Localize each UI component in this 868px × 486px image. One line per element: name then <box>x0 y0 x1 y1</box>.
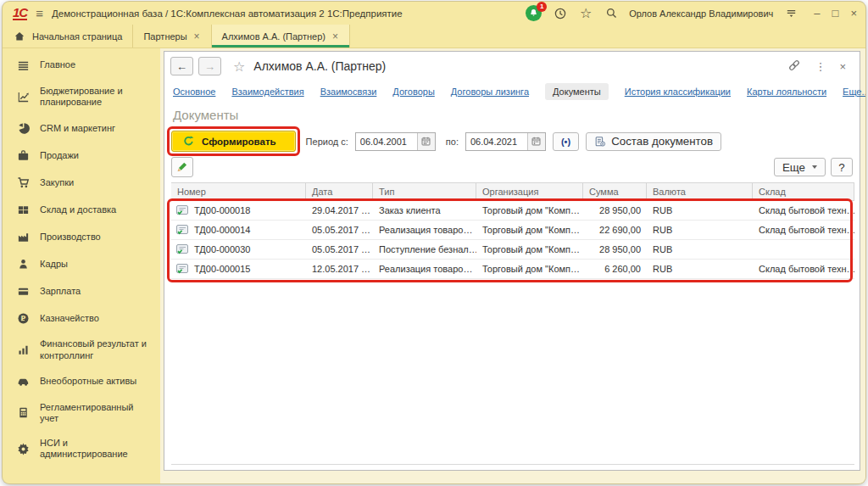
period-to-input[interactable] <box>466 133 527 150</box>
sidebar-item[interactable]: Внеоборотные активы <box>3 368 160 395</box>
get-link-icon[interactable] <box>787 59 801 75</box>
tab[interactable]: Партнеры × <box>133 25 211 47</box>
sidebar-item[interactable]: Продажи <box>3 142 160 169</box>
column-header[interactable]: Валюта <box>647 182 753 201</box>
sidebar-item[interactable]: Склад и доставка <box>3 196 160 223</box>
nav-link[interactable]: Взаимосвязи <box>320 87 377 97</box>
notifications-button[interactable]: 1 <box>526 5 542 22</box>
close-form-icon[interactable]: × <box>839 60 846 73</box>
document-composition-button[interactable]: Состав документов <box>586 132 721 151</box>
help-button[interactable]: ? <box>831 158 853 176</box>
cell-organization: Торговый дом "Комп… <box>476 201 583 221</box>
nav-link[interactable]: Основное <box>173 87 215 97</box>
favorites-star-icon[interactable]: ☆ <box>578 6 593 21</box>
sidebar-item[interactable]: Кадры <box>3 250 160 277</box>
assets-icon <box>16 375 30 388</box>
calendar-icon[interactable] <box>527 133 545 150</box>
nav-link[interactable]: Взаимодействия <box>231 87 303 97</box>
period-to-label: по: <box>446 137 459 147</box>
more-actions-icon[interactable]: ⋮ <box>815 60 826 73</box>
table-row[interactable]: ТД00-000015 12.05.2017 … Реализация това… <box>171 260 854 279</box>
nav-link[interactable]: Документы <box>545 83 609 100</box>
sidebar-item-label: Регламентированный учет <box>40 402 153 424</box>
minimize-button[interactable]: – <box>814 7 820 20</box>
sidebar-item[interactable]: Р Казначейство <box>3 304 160 332</box>
column-header[interactable]: Тип <box>373 182 476 201</box>
sidebar-item[interactable]: НСИ и администрирование <box>3 431 160 466</box>
sidebar-item-label: Бюджетирование и планирование <box>40 86 153 108</box>
edit-button[interactable] <box>171 157 193 177</box>
table-row[interactable]: ТД00-000018 29.04.2017 … Заказ клиента Т… <box>171 201 854 221</box>
table-row[interactable]: ТД00-000014 05.05.2017 … Реализация това… <box>171 221 854 240</box>
generate-button[interactable]: Сформировать <box>171 131 296 152</box>
sidebar-item-label: Главное <box>40 59 75 70</box>
back-button[interactable]: ← <box>170 57 193 75</box>
period-variant-button[interactable]: (•) <box>553 132 579 151</box>
current-user[interactable]: Орлов Александр Владимирович <box>629 8 773 19</box>
pencil-icon <box>176 161 188 173</box>
documents-table: Номер Дата Тип Организация Сумма Валюта <box>171 182 854 465</box>
table-row[interactable]: ТД00-000030 05.05.2017 … Поступление без… <box>171 240 854 260</box>
tab-bar: Начальная страница Партнеры × Алхимов А.… <box>3 25 865 48</box>
search-icon[interactable] <box>604 6 619 21</box>
sidebar-item-label: Финансовый результат и контроллинг <box>40 338 153 360</box>
cell-organization: Торговый дом "Комп… <box>476 260 583 279</box>
column-header[interactable]: Склад <box>753 182 854 201</box>
nav-link[interactable]: Карты лояльности <box>747 87 826 97</box>
hr-icon <box>16 257 30 271</box>
history-icon[interactable] <box>553 6 568 21</box>
cell-currency: RUB <box>647 221 753 240</box>
sidebar-item-label: НСИ и администрирование <box>40 438 153 460</box>
nav-link[interactable]: Еще... <box>843 87 865 97</box>
sidebar-item[interactable]: Производство <box>3 223 160 250</box>
dropdown-arrow-icon <box>812 165 817 169</box>
cell-organization: Торговый дом "Комп… <box>476 240 583 260</box>
svg-text:Р: Р <box>20 315 25 322</box>
column-header[interactable]: Организация <box>476 182 583 201</box>
regaccount-icon <box>16 406 30 420</box>
nav-link[interactable]: Договоры лизинга <box>451 87 529 97</box>
sidebar-item[interactable]: CRM и маркетинг <box>3 115 160 142</box>
close-window-button[interactable]: × <box>850 7 857 20</box>
sidebar-item-label: CRM и маркетинг <box>40 123 115 134</box>
favorite-star-icon[interactable]: ☆ <box>233 59 245 75</box>
more-button[interactable]: Еще <box>774 158 826 176</box>
cell-number: ТД00-000015 <box>194 264 250 274</box>
cell-warehouse <box>753 240 854 260</box>
calendar-icon[interactable] <box>417 133 435 150</box>
production-icon <box>16 230 30 243</box>
sidebar-item[interactable]: Зарплата <box>3 277 160 304</box>
app-title: Демонстрационная база / 1С:Комплексная а… <box>52 8 403 19</box>
service-menu-icon[interactable] <box>783 6 798 21</box>
sidebar-item-label: Казначейство <box>40 313 99 324</box>
maximize-button[interactable]: □ <box>832 7 839 20</box>
tab-close-icon[interactable]: × <box>193 31 201 42</box>
cell-currency: RUB <box>647 240 753 260</box>
purchases-icon <box>16 176 30 189</box>
nav-link[interactable]: Договоры <box>392 87 434 97</box>
column-header[interactable]: Сумма <box>583 182 647 201</box>
list-toolbar: Еще ? <box>164 155 860 181</box>
cell-sum: 22 690,00 <box>583 221 647 240</box>
tab-close-icon[interactable]: × <box>331 31 339 42</box>
period-from-input[interactable] <box>356 133 417 150</box>
home-icon <box>13 30 26 43</box>
tab[interactable]: Начальная страница <box>3 25 133 47</box>
treasury-icon: Р <box>16 311 30 325</box>
tab[interactable]: Алхимов А.А. (Партнер) × <box>212 25 350 47</box>
form-title: Алхимов А.А. (Партнер) <box>253 59 386 73</box>
sidebar-item[interactable]: Регламентированный учет <box>3 395 160 431</box>
admin-icon <box>16 442 30 455</box>
column-header[interactable]: Номер <box>171 182 306 201</box>
sidebar-item[interactable]: Финансовый результат и контроллинг <box>3 332 160 367</box>
sidebar-item[interactable]: Закупки <box>3 169 160 196</box>
nav-link[interactable]: История классификации <box>625 87 731 97</box>
cell-warehouse: Склад бытовой техн… <box>753 260 854 279</box>
forward-button[interactable]: → <box>198 57 221 75</box>
cell-warehouse: Склад бытовой техн… <box>753 201 854 221</box>
sidebar-item[interactable]: Бюджетирование и планирование <box>3 79 160 115</box>
document-posted-icon <box>175 204 189 216</box>
column-header[interactable]: Дата <box>306 182 373 201</box>
sidebar-item[interactable]: Главное <box>3 52 160 79</box>
main-menu-icon[interactable]: ≡ <box>36 6 43 20</box>
